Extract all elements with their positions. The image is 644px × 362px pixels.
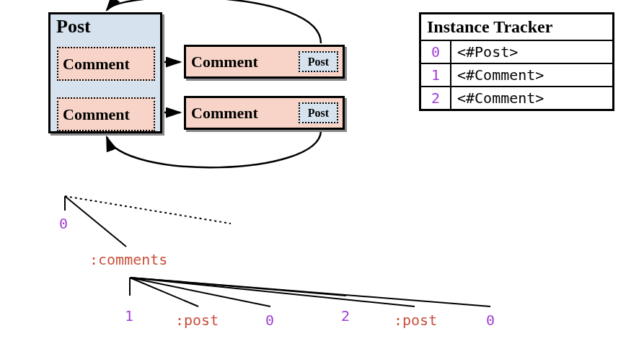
- svg-line-3: [65, 196, 126, 247]
- table-row: 2 <#Comment>: [421, 87, 612, 109]
- post-box: Post Comment Comment: [48, 12, 162, 133]
- svg-line-4: [65, 196, 231, 224]
- tracker-value: <#Comment>: [451, 87, 612, 109]
- table-row: 0 <#Post>: [421, 41, 612, 64]
- mini-post-ref: Post: [299, 51, 338, 72]
- mini-post-ref: Post: [299, 102, 338, 123]
- svg-line-7: [130, 278, 270, 306]
- external-comment-box: Comment Post: [184, 45, 345, 79]
- tracker-index: 0: [421, 41, 451, 63]
- tracker-value: <#Comment>: [451, 64, 612, 86]
- external-comment-box: Comment Post: [184, 96, 345, 130]
- tree-leaf: :post: [394, 312, 437, 329]
- instance-tracker-table: Instance Tracker 0 <#Post> 1 <#Comment> …: [419, 12, 614, 111]
- tree-leaf: 1: [125, 307, 133, 325]
- tree-key-comments: :comments: [89, 251, 167, 268]
- tree-leaf: 0: [265, 312, 274, 329]
- external-comment-label: Comment: [191, 53, 258, 71]
- tracker-value: <#Post>: [451, 41, 612, 63]
- table-row: 1 <#Comment>: [421, 64, 612, 87]
- svg-line-6: [130, 278, 198, 306]
- post-inner-comment: Comment: [57, 97, 155, 131]
- tree-leaf: 0: [486, 312, 495, 329]
- post-inner-comment: Comment: [57, 47, 155, 81]
- svg-line-8: [130, 278, 346, 296]
- external-comment-label: Comment: [191, 104, 258, 122]
- tree-leaf: 2: [341, 307, 350, 325]
- svg-line-9: [130, 278, 415, 306]
- tree-leaf: :post: [175, 312, 219, 329]
- tracker-title: Instance Tracker: [421, 14, 612, 41]
- tracker-index: 2: [421, 87, 451, 109]
- post-title: Post: [56, 16, 91, 37]
- tracker-index: 1: [421, 64, 451, 86]
- svg-line-10: [130, 278, 490, 306]
- tree-root: 0: [59, 215, 68, 232]
